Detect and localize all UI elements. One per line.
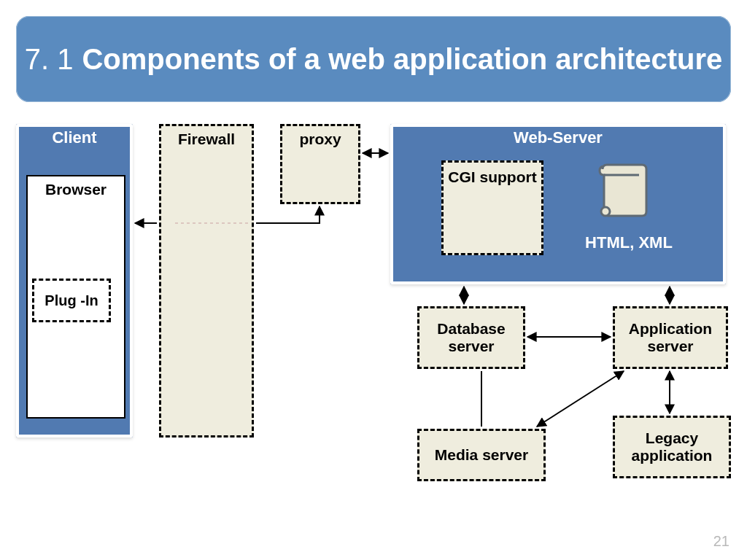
plugin-box: Plug -In <box>32 279 111 322</box>
cgi-label: CGI support <box>448 168 536 186</box>
firewall-box: Firewall <box>159 124 254 438</box>
title-text: Components of a web application architec… <box>82 43 722 75</box>
plugin-label: Plug -In <box>44 292 98 309</box>
webserver-container: Web-Server <box>390 124 726 284</box>
document-scroll-icon <box>597 159 649 219</box>
media-label: Media server <box>435 446 528 464</box>
htmlxml-label: HTML, XML <box>578 233 680 252</box>
slide-title: 7. 1Components of a web application arch… <box>16 16 731 102</box>
legacy-label: Legacy application <box>615 429 729 464</box>
firewall-label: Firewall <box>161 126 252 148</box>
database-box: Database server <box>417 306 525 369</box>
cgi-box: CGI support <box>441 160 543 255</box>
appserver-label: Application server <box>615 320 726 355</box>
webserver-label: Web-Server <box>390 124 726 147</box>
client-label: Client <box>16 124 133 147</box>
database-label: Database server <box>419 320 523 355</box>
svg-line-7 <box>537 371 624 427</box>
title-number: 7. 1 <box>25 43 74 75</box>
page-number: 21 <box>713 533 729 550</box>
proxy-label: proxy <box>299 131 341 148</box>
legacy-box: Legacy application <box>613 416 731 478</box>
proxy-box: proxy <box>280 124 360 204</box>
svg-point-0 <box>601 207 610 216</box>
media-box: Media server <box>417 429 546 481</box>
browser-box: Browser Plug -In <box>26 175 125 419</box>
browser-label: Browser <box>28 176 124 198</box>
appserver-box: Application server <box>613 306 728 369</box>
client-container: Client Browser Plug -In <box>16 124 133 438</box>
